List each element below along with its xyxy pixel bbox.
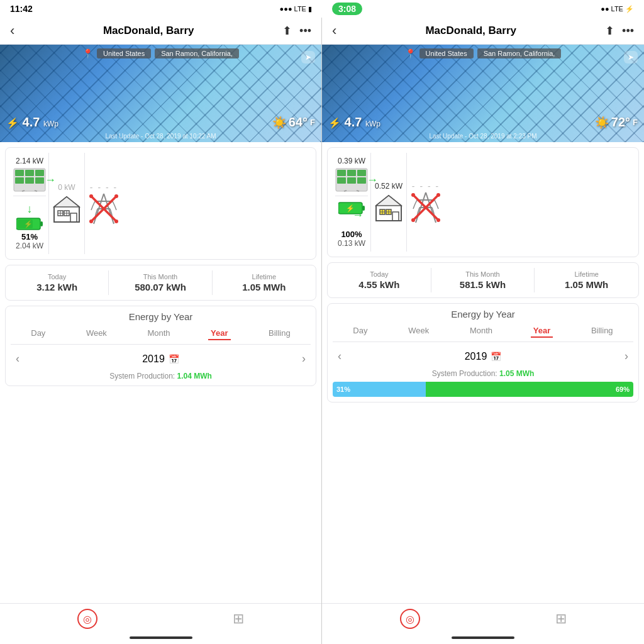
right-today-label: Today (333, 270, 426, 278)
right-back-button[interactable]: ‹ (332, 23, 336, 39)
right-bolt-icon: ⚡ (328, 118, 341, 128)
right-tab-row: Day Week Month Year Billing (333, 325, 633, 342)
left-calendar-icon[interactable]: 📅 (169, 354, 179, 364)
left-month-stat: This Month 580.07 kWh (109, 270, 212, 295)
right-production-label: System Production: (432, 369, 497, 378)
right-sun-icon: ☀️ (595, 116, 609, 130)
right-flow-col2: 0.52 kW (371, 153, 407, 252)
left-battery-icon: ⚡ (16, 217, 43, 231)
left-house-kw: 0 kW (58, 183, 75, 192)
svg-rect-10 (40, 221, 43, 226)
right-share-icon[interactable]: ⬆ (605, 24, 614, 38)
svg-rect-54 (392, 212, 399, 221)
right-nav-title: MacDonald, Barry (336, 25, 605, 37)
right-grid-dashes: - - - - (412, 181, 440, 191)
svg-point-66 (436, 218, 440, 222)
left-solar-panel-icon (13, 168, 46, 192)
right-solar-kw: 0.39 kW (338, 157, 365, 165)
left-back-button[interactable]: ‹ (10, 23, 14, 39)
right-year-next[interactable]: › (625, 350, 628, 363)
right-tab-month[interactable]: Month (467, 325, 495, 338)
left-signal: ●●● LTE ▮ (280, 5, 312, 13)
right-energy-title: Energy by Year (333, 309, 633, 319)
right-nav-arrow-icon[interactable]: ➤ (624, 51, 638, 64)
right-energy-section: Energy by Year Day Week Month Year Billi… (327, 303, 639, 402)
left-location-us: United States (97, 48, 151, 58)
left-nav-title: MacDonald, Barry (14, 25, 282, 37)
right-battery-kw: 0.13 kW (338, 239, 365, 248)
right-progress-bar: 31% 69% (333, 382, 633, 397)
right-gauge-icon[interactable]: ◎ (400, 609, 420, 629)
left-production-line: System Production: 1.04 MWh (11, 372, 311, 380)
right-network-icon[interactable]: ⊞ (555, 611, 567, 627)
right-house-icon (374, 193, 404, 223)
right-battery-percent: 100% (341, 230, 362, 239)
left-tab-billing[interactable]: Billing (266, 327, 293, 340)
svg-point-65 (411, 218, 415, 222)
left-today-stat: Today 3.12 kWh (6, 270, 109, 295)
right-year-value: 2019 (465, 351, 487, 362)
left-nav-arrow-icon[interactable]: ➤ (301, 51, 315, 64)
left-month-label: This Month (114, 273, 206, 280)
left-tab-month[interactable]: Month (145, 327, 172, 340)
svg-line-8 (35, 191, 37, 191)
right-solar-panel-icon (335, 168, 368, 192)
svg-point-33 (114, 219, 118, 223)
right-tab-billing[interactable]: Billing (589, 325, 616, 338)
left-bolt-icon: ⚡ (6, 118, 19, 128)
left-gauge-icon[interactable]: ◎ (77, 609, 97, 629)
left-more-icon[interactable]: ••• (299, 25, 311, 38)
left-share-icon[interactable]: ⬆ (282, 24, 292, 38)
svg-line-7 (22, 191, 25, 191)
right-tab-gauge[interactable]: ◎ (400, 609, 420, 629)
left-arrow-to-house: → (45, 174, 56, 187)
right-calendar-icon[interactable]: 📅 (491, 352, 501, 362)
left-grid-icon (87, 192, 120, 225)
left-tab-network[interactable]: ⊞ (233, 611, 244, 627)
right-phone-panel: ‹ MacDonald, Barry ⬆ ••• 📍 United States… (322, 18, 644, 644)
right-kwp-unit: kWp (365, 119, 380, 128)
left-tab-year[interactable]: Year (208, 327, 230, 340)
left-grid-dashes: - - - - (90, 182, 118, 192)
right-arrow-to-house: → (367, 174, 378, 187)
left-solar-kw: 2.14 kW (16, 157, 43, 165)
right-home-indicator (452, 636, 514, 639)
right-production-line: System Production: 1.05 MWh (333, 369, 633, 378)
right-last-update: Last Update - Oct 28, 2019 at 2:23 PM (322, 133, 644, 140)
right-month-value: 581.5 kWh (436, 279, 530, 290)
right-grid-icon (409, 191, 442, 224)
left-bottom-bar: ◎ ⊞ (0, 603, 321, 631)
right-tab-year[interactable]: Year (531, 325, 553, 338)
left-today-value: 3.12 kWh (11, 282, 103, 292)
right-month-stat: This Month 581.5 kWh (431, 268, 535, 292)
left-year-prev[interactable]: ‹ (16, 352, 19, 365)
svg-rect-5 (25, 177, 34, 184)
right-lifetime-value: 1.05 MWh (540, 279, 633, 290)
left-house-icon (52, 194, 82, 225)
svg-rect-2 (25, 170, 34, 176)
left-year-next[interactable]: › (302, 352, 306, 365)
left-sun-icon: ☀️ (272, 116, 286, 130)
left-tab-week[interactable]: Week (84, 327, 109, 340)
left-tab-day[interactable]: Day (28, 327, 48, 340)
right-more-icon[interactable]: ••• (622, 25, 634, 38)
left-energy-section: Energy by Year Day Week Month Year Billi… (5, 306, 316, 386)
right-today-stat: Today 4.55 kWh (328, 268, 431, 292)
right-tab-network[interactable]: ⊞ (555, 611, 567, 627)
right-kwp-value: 4.7 (345, 115, 362, 129)
right-time-pill: 3:08 (332, 3, 362, 14)
right-today-value: 4.55 kWh (333, 279, 426, 290)
left-phone-panel: ‹ MacDonald, Barry ⬆ ••• 📍 United States… (0, 18, 322, 644)
right-house-kw: 0.52 kW (375, 182, 402, 191)
left-status-bar: 11:42 ●●● LTE ▮ (0, 0, 322, 18)
right-lifetime-label: Lifetime (540, 270, 633, 278)
right-tab-day[interactable]: Day (350, 325, 370, 338)
left-tab-gauge[interactable]: ◎ (77, 609, 97, 629)
right-tab-week[interactable]: Week (406, 325, 431, 338)
right-year-prev[interactable]: ‹ (338, 350, 341, 363)
left-lifetime-label: Lifetime (218, 273, 311, 280)
left-time: 11:42 (10, 4, 33, 14)
left-network-icon[interactable]: ⊞ (233, 611, 244, 627)
svg-rect-39 (347, 177, 356, 184)
left-production-value: 1.04 MWh (177, 372, 212, 380)
